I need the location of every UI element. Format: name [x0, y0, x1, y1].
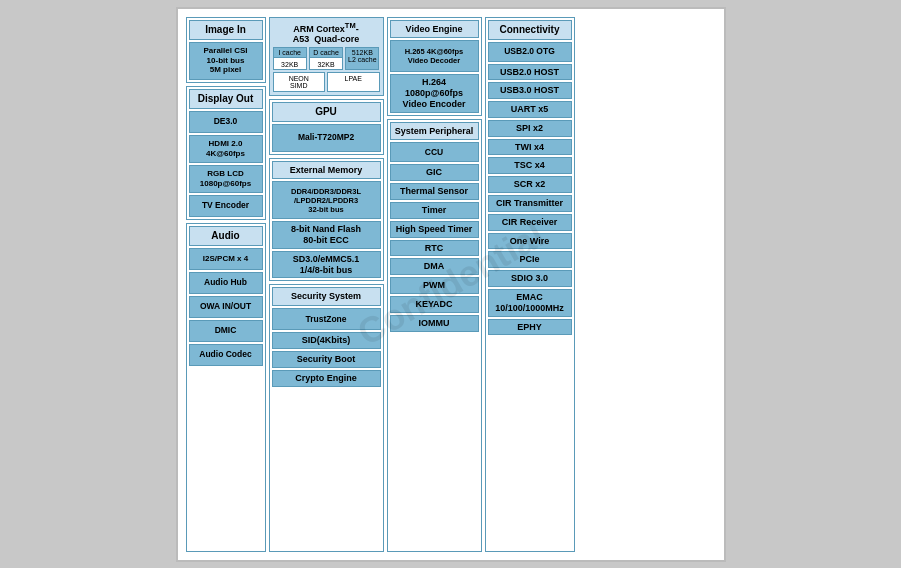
parallel-csi-block: Parallel CSI10-bit bus5M pixel [189, 42, 263, 80]
high-speed-timer-block: High Speed Timer [390, 221, 479, 238]
uart-block: UART x5 [488, 101, 572, 118]
sys-peripheral-header: System Peripheral [390, 122, 479, 141]
dcache-size: 32KB [310, 60, 342, 69]
ephy-block: EPHY [488, 319, 572, 336]
l2-cache-block: 512KB L2 cache [346, 48, 378, 64]
gpu-header: GPU [272, 102, 381, 122]
rgb-lcd-block: RGB LCD1080p@60fps [189, 165, 263, 193]
ccu-block: CCU [390, 142, 479, 162]
hdmi-block: HDMI 2.04K@60fps [189, 135, 263, 163]
image-in-header: Image In [189, 20, 263, 40]
sd-block: SD3.0/eMMC5.11/4/8-bit bus [272, 251, 381, 279]
dma-block: DMA [390, 258, 479, 275]
cir-transmitter-block: CIR Transmitter [488, 195, 572, 212]
one-wire-block: One Wire [488, 233, 572, 250]
lpae-block: LPAE [327, 72, 380, 92]
audio-codec-block: Audio Codec [189, 344, 263, 366]
security-boot-block: Security Boot [272, 351, 381, 368]
owa-block: OWA IN/OUT [189, 296, 263, 318]
audio-header: Audio [189, 226, 263, 246]
icache-size: 32KB [274, 60, 306, 69]
usb2-host-block: USB2.0 HOST [488, 64, 572, 81]
i2s-block: I2S/PCM x 4 [189, 248, 263, 270]
security-header: Security System [272, 287, 381, 306]
cir-receiver-block: CIR Receiver [488, 214, 572, 231]
timer-block: Timer [390, 202, 479, 219]
twi-block: TWI x4 [488, 139, 572, 156]
neon-block: NEONSIMD [273, 72, 326, 92]
trustzone-block: TrustZone [272, 308, 381, 330]
tsc-block: TSC x4 [488, 157, 572, 174]
usb3-host-block: USB3.0 HOST [488, 82, 572, 99]
iommu-block: IOMMU [390, 315, 479, 332]
spi-block: SPI x2 [488, 120, 572, 137]
video-engine-header: Video Engine [390, 20, 479, 39]
dmic-block: DMIC [189, 320, 263, 342]
sdio-block: SDIO 3.0 [488, 270, 572, 287]
rtc-block: RTC [390, 240, 479, 257]
de3-block: DE3.0 [189, 111, 263, 133]
mali-block: Mali-T720MP2 [272, 124, 381, 152]
display-out-header: Display Out [189, 89, 263, 109]
usb2-otg-block: USB2.0 OTG [488, 42, 572, 62]
thermal-sensor-block: Thermal Sensor [390, 183, 479, 200]
h264-block: H.264 1080p@60fpsVideo Encoder [390, 74, 479, 112]
emac-block: EMAC10/100/1000MHz [488, 289, 572, 317]
h265-block: H.265 4K@60fpsVideo Decoder [390, 40, 479, 72]
dcache-label: D cache [310, 48, 342, 58]
keyadc-block: KEYADC [390, 296, 479, 313]
scr-block: SCR x2 [488, 176, 572, 193]
connectivity-header: Connectivity [488, 20, 572, 40]
tv-encoder-block: TV Encoder [189, 195, 263, 217]
arm-title: ARM CortexTM-A53 Quad-core [273, 21, 380, 44]
gic-block: GIC [390, 164, 479, 181]
pcie-block: PCIe [488, 251, 572, 268]
ext-mem-header: External Memory [272, 161, 381, 180]
nand-block: 8-bit Nand Flash80-bit ECC [272, 221, 381, 249]
crypto-engine-block: Crypto Engine [272, 370, 381, 387]
icache-label: I cache [274, 48, 306, 58]
audio-hub-block: Audio Hub [189, 272, 263, 294]
ddr-block: DDR4/DDR3/DDR3L/LPDDR2/LPDDR332-bit bus [272, 181, 381, 219]
pwm-block: PWM [390, 277, 479, 294]
sid-block: SID(4Kbits) [272, 332, 381, 349]
